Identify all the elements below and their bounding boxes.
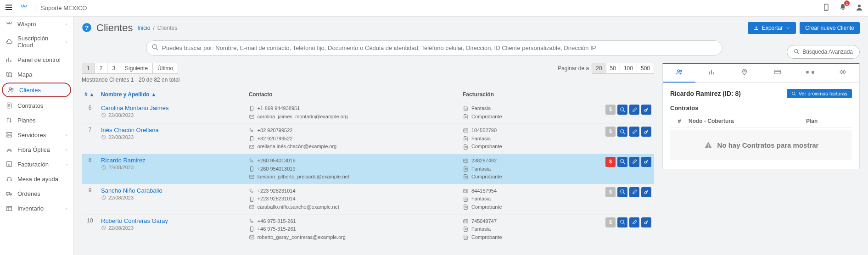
billing-lines: 238287492FantasiaComprobante xyxy=(463,157,548,181)
perpage-50[interactable]: 50 xyxy=(606,63,620,74)
view-invoices-button[interactable]: Ver próximas facturas xyxy=(787,89,852,98)
sidebar-item-inventario[interactable]: Inventario‹ xyxy=(0,201,73,216)
client-name-link[interactable]: Ricardo Ramirez xyxy=(101,157,146,164)
key-action-icon[interactable] xyxy=(641,127,651,137)
sidebar-item-label: Planes xyxy=(17,117,36,124)
money-action-icon[interactable] xyxy=(605,127,616,137)
breadcrumb-current: Clientes xyxy=(157,25,177,31)
advanced-search-button[interactable]: Búsqueda Avanzada xyxy=(787,45,860,59)
sidebar-item-suscripción-cloud[interactable]: Suscripción Cloud‹ xyxy=(0,31,73,52)
showing-count: Mostrando Clientes 1 - 20 de 82 en total xyxy=(82,77,654,83)
page-last_label[interactable]: Último xyxy=(153,63,178,74)
col-name[interactable]: Nombre y Apellido ▲ xyxy=(98,88,246,102)
headset-icon xyxy=(6,175,13,183)
table-row[interactable]: 7 Inés Chacón Orellana 22/08/2023 +82 92… xyxy=(82,124,654,154)
sidebar-item-clientes[interactable]: Clientes xyxy=(2,83,71,97)
users-icon xyxy=(7,86,15,94)
table-row[interactable]: 8 Ricardo Ramirez 22/08/2023 +260 954013… xyxy=(82,154,654,184)
search-input[interactable] xyxy=(146,40,722,55)
tab-view[interactable] xyxy=(827,64,859,82)
billing-lines: 844157954FantasiaComprobante xyxy=(463,187,548,211)
perpage-100[interactable]: 100 xyxy=(620,63,637,74)
money-action-icon[interactable] xyxy=(605,157,616,167)
key-action-icon[interactable] xyxy=(641,217,651,227)
sidebar-item-mesa-de-ayuda[interactable]: Mesa de ayuda xyxy=(0,172,73,186)
sidebar-item-planes[interactable]: Planes xyxy=(0,113,73,128)
map-icon xyxy=(6,71,13,78)
sidebar-item-label: Contratos xyxy=(17,102,43,109)
sidebar-item-contratos[interactable]: Contratos xyxy=(0,98,73,113)
menu-toggle-icon[interactable] xyxy=(5,3,13,13)
client-name-link[interactable]: Carolina Montano Jaimes xyxy=(101,105,168,111)
contact-lines: +1-869 944938951carolina_jaimes_montaño@… xyxy=(249,105,457,121)
view-action-icon[interactable] xyxy=(617,187,627,197)
notification-badge: 1 xyxy=(844,0,850,6)
contracts-header: # Nodo - Cobertura Plan xyxy=(670,115,852,128)
page-1[interactable]: 1 xyxy=(82,63,95,74)
sidebar-item-facturación[interactable]: Facturación‹ xyxy=(0,157,73,172)
key-action-icon[interactable] xyxy=(641,187,651,197)
client-name-link[interactable]: Inés Chacón Orellana xyxy=(101,127,159,133)
edit-action-icon[interactable] xyxy=(629,187,639,197)
contact-lines: +223 928231014+223 928231014caraballo.ni… xyxy=(249,187,457,211)
view-action-icon[interactable] xyxy=(617,157,627,167)
truck-icon xyxy=(6,190,13,197)
table-row[interactable]: 10 Roberto Contreras Garay 22/08/2023 +4… xyxy=(82,214,654,244)
perpage-20[interactable]: 20 xyxy=(592,63,606,74)
contact-lines: +82 920799522+82 920799522orellana.inés.… xyxy=(249,127,457,151)
tab-chart[interactable] xyxy=(695,64,728,82)
mobile-icon[interactable] xyxy=(822,3,830,13)
view-action-icon[interactable] xyxy=(617,105,627,115)
sidebar: Wispro‹Suscripción Cloud‹Panel de contro… xyxy=(0,17,73,255)
table-row[interactable]: 9 Sancho Niño Caraballo 22/08/2023 +223 … xyxy=(82,184,654,214)
key-action-icon[interactable] xyxy=(641,157,651,167)
tab-apps[interactable] xyxy=(794,64,826,82)
chevron-icon: ‹ xyxy=(66,206,67,211)
page-title: Clientes xyxy=(96,22,133,34)
client-name-link[interactable]: Sancho Niño Caraballo xyxy=(101,187,162,194)
perpage-500[interactable]: 500 xyxy=(637,63,654,74)
create-client-button[interactable]: Crear nuevo Cliente xyxy=(800,22,860,34)
edit-action-icon[interactable] xyxy=(629,217,639,227)
key-action-icon[interactable] xyxy=(641,105,651,115)
edit-action-icon[interactable] xyxy=(629,105,639,115)
edit-action-icon[interactable] xyxy=(629,127,639,137)
sidebar-item-label: Facturación xyxy=(17,161,49,168)
sidebar-item-wispro[interactable]: Wispro‹ xyxy=(0,17,73,31)
money-action-icon[interactable] xyxy=(605,105,616,115)
money-action-icon[interactable] xyxy=(605,217,616,227)
table-row[interactable]: 6 Carolina Montano Jaimes 22/08/2023 +1-… xyxy=(82,102,654,124)
breadcrumb-home[interactable]: Inicio xyxy=(137,25,150,31)
sidebar-item-label: Inventario xyxy=(17,205,44,212)
col-contact: Contacto xyxy=(246,88,460,102)
sidebar-item-órdenes[interactable]: Órdenes xyxy=(0,186,73,201)
tab-location[interactable] xyxy=(728,64,761,82)
view-action-icon[interactable] xyxy=(617,127,627,137)
client-name-link[interactable]: Roberto Contreras Garay xyxy=(101,217,168,224)
sidebar-item-fibra-óptica[interactable]: Fibra Óptica‹ xyxy=(0,142,73,157)
main-content: Clientes Inicio / Clientes Exportar Crea… xyxy=(73,17,868,255)
col-billing: Facturación xyxy=(460,88,550,102)
chevron-icon: ‹ xyxy=(66,147,67,152)
tab-overview[interactable] xyxy=(663,64,695,83)
col-number[interactable]: # ▲ xyxy=(82,88,98,102)
sidebar-item-mapa[interactable]: Mapa xyxy=(0,67,73,82)
export-button[interactable]: Exportar xyxy=(748,22,796,34)
help-icon[interactable] xyxy=(82,22,92,34)
detail-tabs xyxy=(663,64,859,83)
sidebar-item-servidores[interactable]: Servidores‹ xyxy=(0,128,73,142)
no-contracts-message: No hay Contratos para mostrar xyxy=(670,130,852,160)
chevron-icon: ‹ xyxy=(66,22,67,27)
edit-action-icon[interactable] xyxy=(629,157,639,167)
page-next_label[interactable]: Siguiente xyxy=(120,63,153,74)
view-action-icon[interactable] xyxy=(617,217,627,227)
notifications-icon[interactable]: 1 xyxy=(839,3,847,13)
user-menu-icon[interactable] xyxy=(855,3,863,13)
money-action-icon[interactable] xyxy=(605,187,616,197)
breadcrumb: Inicio / Clientes xyxy=(137,25,177,31)
tab-billing[interactable] xyxy=(761,64,794,82)
client-date: 22/08/2023 xyxy=(101,112,243,118)
sidebar-item-panel-de-control[interactable]: Panel de control xyxy=(0,52,73,67)
page-2[interactable]: 2 xyxy=(95,63,108,74)
page-3[interactable]: 3 xyxy=(107,63,120,74)
